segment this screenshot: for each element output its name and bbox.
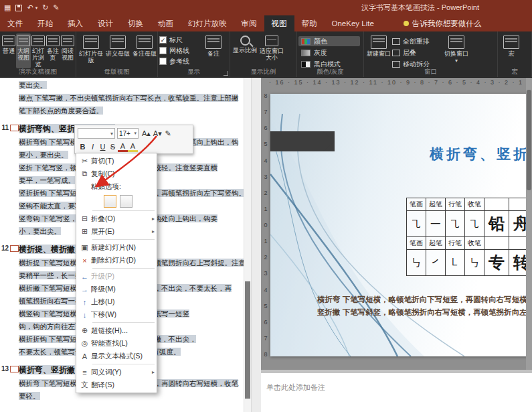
quick-access-icon[interactable]: ✎ (53, 4, 59, 11)
stroke-cell: ㇉ (464, 249, 484, 276)
ribbon-tab[interactable]: 切换 (120, 15, 151, 31)
master-view-button[interactable]: 讲义母版 (104, 33, 131, 68)
font-name-box[interactable]: ▾ (78, 128, 115, 139)
zoom-button[interactable]: 适应窗口大小 (258, 33, 285, 68)
quick-access-icon[interactable]: ▦ (4, 4, 11, 11)
menu-item[interactable]: ⧉ 复制(C) (76, 167, 157, 180)
menu-item[interactable]: ▣ 新建幻灯片(N) (76, 241, 157, 254)
color-mode-button[interactable]: 灰度 (298, 48, 360, 58)
slide-canvas[interactable]: 横折弯、竖折 笔画起笔行笔收笔 ㇈㇐㇈㇈ 铅 舟 笔画起笔行笔收笔 (270, 94, 532, 356)
zoom-button[interactable]: 显示比例 (232, 33, 258, 68)
menu-item[interactable]: ◎ 智能查找(L) (76, 337, 157, 350)
menu-item[interactable] (92, 210, 155, 211)
slide-body-text[interactable]: 横折弯 下笔写短横，略顿笔折向下写短竖，再圆转向右写短横， 竖折撇 下笔写斜竖，… (317, 293, 532, 319)
canvas-scrollbar-thumb[interactable] (527, 90, 531, 190)
menu-item-icon: ✂ (78, 157, 91, 165)
menu-item-label: 粘贴选项: (91, 182, 149, 192)
minibar-button[interactable]: S (108, 141, 118, 152)
ribbon-tab[interactable]: 帮助 (294, 15, 325, 31)
menu-item[interactable]: ✂ 剪切(T) (76, 155, 157, 167)
ribbon-tab[interactable]: OneKey Lite (325, 15, 381, 31)
view-icon (61, 36, 74, 46)
menu-item[interactable]: ⊞ 展开(E) ▸ (76, 225, 157, 238)
master-view-button[interactable]: 幻灯片母版 (78, 33, 104, 68)
menu-item[interactable] (92, 239, 155, 240)
menu-item[interactable]: A 显示文本格式(S) (76, 350, 157, 362)
zoom-icon (240, 36, 250, 46)
quick-access-icon[interactable] (15, 5, 22, 11)
table-header-cell: 起笔 (426, 198, 446, 211)
slide-title[interactable]: 横折弯、竖折 (430, 145, 530, 163)
outline-line[interactable]: 要出尖。 (0, 79, 244, 92)
menu-item[interactable]: 粘贴选项: (76, 180, 157, 193)
menu-item[interactable]: ≡ 同义词(Y) ▸ (76, 366, 157, 379)
menu-item[interactable] (76, 193, 157, 209)
menu-item[interactable]: ⊕ 超链接(H)... (76, 324, 157, 337)
minibar-button[interactable]: B (78, 141, 88, 152)
view-button[interactable]: 幻灯片浏览 (31, 33, 46, 68)
show-checkbox[interactable]: 参考线 (159, 56, 198, 66)
new-window-button[interactable]: 新建窗口 (365, 33, 392, 57)
view-icon (2, 36, 15, 46)
outline-line[interactable]: 笔下部长点的角度要合适。 (0, 105, 244, 117)
ribbon-tab[interactable]: 告诉我你想要做什么 (396, 15, 489, 31)
quick-access-icon[interactable]: ↻ (42, 4, 48, 11)
stroke-table[interactable]: 笔画起笔行笔收笔 ㇈㇐㇈㇈ 铅 舟 笔画起笔行笔收笔 ㇉㇒㇄㇉ 专 (407, 198, 532, 276)
quick-access-icon[interactable]: ↶ (27, 4, 33, 11)
ribbon-tab[interactable]: 动画 (151, 15, 181, 31)
minibar-button[interactable]: A (128, 141, 138, 152)
ribbon-tab[interactable]: 文件 (0, 15, 30, 31)
menu-item[interactable]: 文 翻译(S) (76, 379, 157, 391)
menu-item[interactable] (92, 268, 155, 269)
ruler-number: 0 (264, 222, 267, 228)
notes-placeholder[interactable]: 单击此处添加备注 (261, 373, 532, 393)
font-size-box[interactable]: 17+ ▾ (117, 128, 139, 139)
view-button[interactable]: 阅读视图 (60, 33, 75, 68)
menu-item[interactable] (92, 364, 155, 364)
minibar-button[interactable]: A (118, 141, 128, 152)
menu-item[interactable]: ⊟ 折叠(O) ▸ (76, 212, 157, 225)
color-mode-button[interactable]: 颜色 (298, 36, 360, 46)
macros-button[interactable]: 宏 (499, 33, 523, 57)
outline-text: 要小，要出尖。 (19, 151, 68, 159)
notes-button[interactable]: 备注 (201, 33, 226, 66)
menu-item[interactable]: ↓ 下移(W) (76, 308, 157, 321)
show-checkbox[interactable]: 标尺 (159, 35, 198, 45)
minibar-button[interactable]: ✎ (163, 128, 173, 139)
view-button[interactable]: 普通 (1, 33, 16, 68)
canvas-scrollbar[interactable] (526, 78, 532, 370)
outline-line[interactable]: 撇点 下笔写撇，不出尖顿笔拐折向右下写长点，收笔较重。注意上部撇 (0, 92, 244, 105)
notes-pane[interactable]: 单击此处添加备注 (261, 370, 532, 412)
quick-access-icon[interactable]: ▾ (35, 4, 38, 11)
menu-item[interactable]: ← 升级(P) (76, 270, 157, 283)
group-label: 显示比例 (230, 68, 296, 76)
ribbon-tab[interactable]: 幻灯片放映 (181, 15, 234, 31)
ruler-number: 2 (264, 190, 267, 196)
window-small-button[interactable]: 全部重排 (392, 36, 442, 46)
pane-splitter[interactable] (251, 78, 261, 412)
outline-scrollbar[interactable] (244, 78, 251, 412)
minibar-button[interactable]: I (88, 141, 98, 152)
menu-item[interactable]: → 降级(M) (76, 283, 157, 295)
ribbon-tab[interactable]: 开始 (30, 15, 60, 31)
show-checkbox[interactable]: 网格线 (159, 46, 198, 56)
ribbon-tab[interactable]: 审阅 (234, 15, 264, 31)
menu-item[interactable]: × 删除幻灯片(D) (76, 254, 157, 267)
window-small-button[interactable]: 层叠 (392, 48, 442, 58)
slide-tag-shape[interactable] (270, 131, 335, 151)
minibar-button[interactable]: A▾ (152, 128, 163, 139)
minibar-button[interactable]: U (98, 141, 108, 152)
ribbon-tab[interactable]: 插入 (60, 15, 90, 31)
outline-scrollbar-thumb[interactable] (245, 281, 250, 399)
switch-windows-button[interactable]: 切换窗口 ▾ (442, 33, 471, 64)
view-button[interactable]: 备注页 (46, 33, 60, 68)
minibar-button[interactable]: A▴ (141, 128, 152, 139)
menu-item[interactable] (92, 322, 155, 323)
ribbon-tab[interactable]: 视图 (264, 15, 294, 31)
menu-item[interactable]: ↑ 上移(U) (76, 295, 157, 308)
ribbon-tab[interactable]: 设计 (90, 15, 120, 31)
master-view-button[interactable]: 备注母版 (131, 33, 158, 68)
quick-access-toolbar: ▦↶▾↻✎ (0, 4, 60, 11)
view-button[interactable]: 大纲视图 (16, 33, 31, 68)
group-label: 窗口 (364, 68, 497, 76)
